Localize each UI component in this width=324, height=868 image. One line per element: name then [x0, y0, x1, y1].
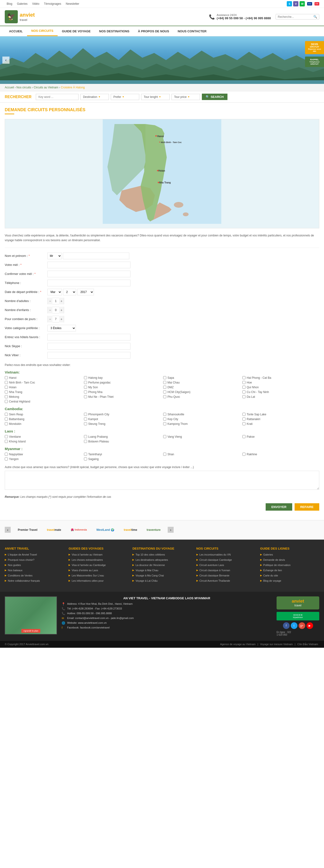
children-decrement[interactable]: −: [48, 307, 52, 313]
list-item[interactable]: Kampong Thom: [163, 422, 240, 426]
children-increment[interactable]: +: [59, 307, 64, 313]
destination-select[interactable]: Destination ▼: [80, 94, 109, 100]
testimonials-link[interactable]: Témoignages: [44, 2, 61, 5]
tour-length-select[interactable]: Tour lenght ▼: [141, 94, 170, 100]
adults-spinner[interactable]: − 1 +: [47, 298, 64, 304]
list-item[interactable]: Mui Ne - Phan Thiet: [84, 395, 161, 399]
partners-prev-button[interactable]: ‹: [5, 527, 11, 533]
list-item[interactable]: Battambang: [5, 417, 82, 421]
copyright-link-3[interactable]: Côn Đảo Vietnam: [297, 643, 318, 646]
footer-twitter-icon[interactable]: t: [291, 622, 297, 629]
list-item[interactable]: Ninh Binh - Tam Coc: [5, 381, 82, 384]
list-item[interactable]: Siem Reap: [5, 413, 82, 416]
nav-nos-circuits[interactable]: NOS CIRCUITS: [27, 26, 58, 36]
list-item[interactable]: Mondukin: [5, 422, 82, 426]
list-item[interactable]: Phnompenh City: [84, 413, 161, 416]
list-item[interactable]: Steung Treng: [84, 422, 161, 426]
french-flag[interactable]: FR: [315, 2, 319, 5]
list-item[interactable]: Rakhine: [242, 453, 319, 456]
copyright-link-2[interactable]: Voyage sur mesure Vietnam: [260, 643, 293, 646]
newsletter-link[interactable]: Newsletter: [66, 2, 79, 5]
list-item[interactable]: Yangon: [5, 457, 82, 461]
list-item[interactable]: Nha Trang: [5, 391, 82, 394]
list-item[interactable]: Sapa: [163, 376, 240, 379]
breadcrumb-home[interactable]: Accueil: [5, 86, 14, 89]
prefer-select[interactable]: Prefer ▼: [111, 94, 139, 100]
footer-gplus-icon[interactable]: g+: [299, 622, 305, 629]
nav-destinations[interactable]: NOS DESTINATIONS: [95, 27, 134, 36]
video-link[interactable]: Vidéo: [32, 2, 39, 5]
days-spinner[interactable]: − 7 +: [47, 316, 64, 322]
reset-button[interactable]: REFAIRE: [295, 503, 319, 510]
day-select[interactable]: 2: [63, 289, 76, 296]
list-item[interactable]: Bolaven Plateau: [84, 440, 161, 443]
list-item[interactable]: Shan: [163, 453, 240, 456]
adults-increment[interactable]: +: [59, 298, 64, 304]
list-item[interactable]: Mai Chau: [163, 381, 240, 384]
days-increment[interactable]: +: [59, 316, 64, 322]
list-item[interactable]: Phong Nha: [84, 391, 161, 394]
list-item[interactable]: Halong bay: [84, 376, 161, 379]
list-item[interactable]: Naypyidaw: [5, 453, 82, 456]
list-item[interactable]: Khong Island: [5, 440, 82, 443]
email-input[interactable]: [47, 261, 131, 268]
list-item[interactable]: Qui Nhon: [242, 385, 319, 389]
list-item[interactable]: Cu Chi - Tay Ninh: [242, 391, 319, 394]
list-item[interactable]: DMZ: [163, 385, 240, 389]
english-flag[interactable]: EN: [307, 2, 312, 5]
breadcrumb-vietnam[interactable]: Circuits au Vietnam: [34, 86, 58, 89]
list-item[interactable]: Hoe: [242, 381, 319, 384]
agrandir-plan-button[interactable]: Agrandir le plan: [21, 629, 40, 633]
list-item[interactable]: Hoian: [5, 385, 82, 389]
list-item[interactable]: Kep City: [163, 417, 240, 421]
list-item[interactable]: Kampot: [84, 417, 161, 421]
list-item[interactable]: Vientiane: [5, 435, 82, 438]
skype-input[interactable]: [47, 343, 131, 349]
list-item[interactable]: Sihanoukville: [163, 413, 240, 416]
month-select[interactable]: JanFebMarApr MayJunJulAug SepOctNovDec: [47, 289, 62, 296]
nav-accueil[interactable]: ACCUEIL: [5, 27, 27, 36]
devis-button[interactable]: DEVIS GRATUIT Réponse sous 48h: [305, 41, 324, 54]
name-title-select[interactable]: MrMrsMs: [47, 253, 62, 259]
confirm-email-input[interactable]: [47, 271, 131, 277]
send-button[interactable]: ENVOYER: [266, 503, 292, 510]
list-item[interactable]: Phu Quoc: [163, 395, 240, 399]
list-item[interactable]: Tanintharyi: [84, 453, 161, 456]
list-item[interactable]: Da Lat: [242, 395, 319, 399]
category-select[interactable]: 1 Étoile 2 Étoiles 3 Étoiles 4 Étoiles 5…: [47, 325, 76, 332]
list-item[interactable]: My Son: [84, 385, 161, 389]
list-item[interactable]: Sagaing: [84, 457, 161, 461]
header-search-input[interactable]: [278, 15, 313, 19]
list-item[interactable]: Central Highland: [5, 400, 82, 403]
search-keyword-input[interactable]: [36, 94, 78, 100]
partners-next-button[interactable]: ›: [168, 527, 174, 533]
days-decrement[interactable]: −: [48, 316, 52, 322]
rappel-button[interactable]: RAPPEL Téléphoner GRATUIT: [305, 57, 324, 67]
list-item[interactable]: Vang Vieng: [163, 435, 240, 438]
list-item[interactable]: HCM City(Saigon): [163, 391, 240, 394]
footer-youtube-icon[interactable]: ▶: [307, 622, 313, 629]
phone-input[interactable]: [47, 280, 131, 286]
list-item[interactable]: Tonle Sap Lake: [242, 413, 319, 416]
list-item[interactable]: Hanoi: [5, 376, 82, 379]
copyright-link-1[interactable]: Agence de voyage au Vietnam: [220, 643, 256, 646]
galleries-link[interactable]: Galeries: [17, 2, 28, 5]
comments-textarea[interactable]: [5, 471, 319, 490]
search-button[interactable]: 🔍 SEARCH: [202, 94, 227, 100]
breadcrumb-circuits[interactable]: Nos circuits: [16, 86, 31, 89]
list-item[interactable]: Luang Prabang: [84, 435, 161, 438]
footer-facebook-icon[interactable]: f: [283, 622, 290, 629]
list-item[interactable]: Mekong: [5, 395, 82, 399]
viber-input[interactable]: [47, 352, 131, 359]
header-search[interactable]: 🔍: [276, 14, 319, 20]
search-icon[interactable]: 🔍: [313, 15, 317, 19]
tour-price-select[interactable]: Tour price ▼: [172, 94, 200, 100]
nav-contacter[interactable]: NOUS CONTACTER: [173, 27, 211, 36]
skype-icon[interactable]: S: [287, 1, 292, 6]
children-spinner[interactable]: − 0 +: [47, 307, 64, 313]
nav-guide-voyage[interactable]: GUIDE DE VOYAGE: [58, 27, 95, 36]
hero-prev-button[interactable]: ‹: [2, 57, 9, 64]
logo[interactable]: 🦅 anviet travel: [5, 10, 35, 23]
hotels-input[interactable]: [47, 334, 131, 341]
nav-apropos[interactable]: À PROPOS DE NOUS: [134, 27, 173, 36]
